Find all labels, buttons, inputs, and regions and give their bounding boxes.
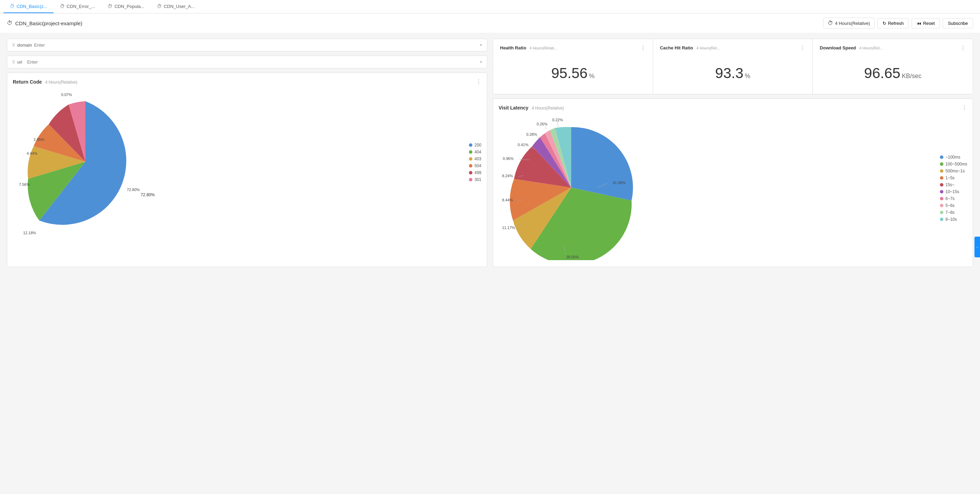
right-panel: Health Ratio 4 Hours(Relati... ⋮ 95.56% … (493, 39, 973, 267)
page-title-container: ⏱ CDN_Basic(project-example) (7, 20, 82, 26)
legend-dot-200 (469, 143, 473, 147)
tab-cdn-popular[interactable]: ⏱ CDN_Popula... (101, 0, 151, 13)
return-code-title: Return Code (13, 79, 42, 85)
download-speed-title-group: Download Speed 4 Hours(Rel... (820, 45, 883, 51)
domain-input[interactable] (34, 43, 207, 48)
reset-icon: ⏮ (917, 21, 921, 26)
cache-hit-header: Cache Hit Ratio 4 Hours(Rel... ⋮ (660, 44, 806, 51)
download-speed-unit: KB/sec (902, 73, 921, 79)
legend-label-200: 200 (474, 143, 481, 148)
svg-text:8.44%: 8.44% (502, 198, 513, 202)
legend-label-6-7s: 6~7s (945, 196, 955, 201)
metric-cards: Health Ratio 4 Hours(Relati... ⋮ 95.56% … (493, 39, 973, 94)
reset-button[interactable]: ⏮ Reset (912, 18, 940, 28)
legend-label-404: 404 (474, 149, 481, 154)
visit-latency-title: Visit Latency (499, 105, 528, 111)
visit-latency-title-container: Visit Latency 4 Hours(Relative) (499, 105, 564, 111)
tab-cdn-error[interactable]: ⏱ CDN_Error_... (54, 0, 101, 13)
legend-label-5s: 1~5s (945, 175, 955, 180)
health-ratio-more-icon[interactable]: ⋮ (640, 44, 646, 51)
tab-cdn-user[interactable]: ⏱ CDN_User_A... (151, 0, 201, 13)
return-code-svg: 72.80% 12.18% 72.80% 12.18% 7.56% 4.44% … (13, 89, 158, 234)
svg-text:0.41%: 0.41% (518, 143, 528, 147)
download-speed-card: Download Speed 4 Hours(Rel... ⋮ 96.65KB/… (813, 39, 973, 94)
cache-hit-number: 93.3 (715, 65, 744, 81)
health-ratio-value: 95.56% (500, 58, 646, 89)
cache-hit-value: 93.3% (660, 58, 806, 89)
cache-hit-ratio-card: Cache Hit Ratio 4 Hours(Rel... ⋮ 93.3% (653, 39, 813, 94)
return-code-pie: 72.80% 12.18% 72.80% 12.18% 7.56% 4.44% … (13, 89, 158, 235)
svg-text:11.17%: 11.17% (502, 226, 515, 230)
filter-icon-uri: ⊽ (12, 60, 15, 65)
legend-label-5-6s: 5~6s (945, 203, 955, 208)
download-speed-header: Download Speed 4 Hours(Rel... ⋮ (820, 44, 966, 51)
legend-dot-504 (469, 164, 473, 168)
legend-dot-7-8s (940, 211, 943, 214)
subscribe-button[interactable]: Subscribe (943, 18, 973, 28)
domain-filter-container: ⊽ domain ▾ (7, 39, 487, 51)
svg-text:0.96%: 0.96% (503, 157, 514, 160)
legend-dot-499 (469, 171, 473, 175)
legend-item-8_10s: 8~10s (940, 217, 967, 222)
legend-label-1s: 500ms~1s (945, 168, 965, 173)
legend-dot-403 (469, 157, 473, 160)
domain-filter-label: ⊽ domain (12, 43, 207, 48)
svg-line-23 (545, 126, 546, 130)
visit-latency-legend: ~100ms 100~500ms 500ms~1s 1~5s (940, 155, 967, 222)
return-code-chart: Return Code 4 Hours(Relative) ⋮ (7, 73, 487, 267)
tab-icon-error: ⏱ (60, 3, 65, 9)
health-ratio-time: 4 Hours(Relati... (530, 46, 557, 50)
visit-latency-more-icon[interactable]: ⋮ (962, 104, 967, 111)
download-speed-more-icon[interactable]: ⋮ (960, 44, 966, 51)
header-actions: ⏱ 4 Hours(Relative) ↻ Refresh ⏮ Reset Su… (823, 17, 973, 29)
uri-chevron-icon: ▾ (480, 60, 482, 64)
reset-label: Reset (923, 21, 935, 26)
legend-label-15s: 15s~ (945, 183, 955, 187)
legend-label-500ms: 100~500ms (945, 162, 967, 167)
legend-item-499: 499 (469, 170, 481, 175)
legend-dot-100ms (940, 156, 943, 159)
health-ratio-title-group: Health Ratio 4 Hours(Relati... (500, 45, 557, 51)
page-title: CDN_Basic(project-example) (15, 21, 82, 26)
cache-hit-more-icon[interactable]: ⋮ (800, 44, 805, 51)
scroll-edge-indicator[interactable]: › (974, 237, 980, 257)
legend-dot-6-7s (940, 197, 943, 200)
legend-item-100ms: ~100ms (940, 155, 967, 160)
tab-cdn-basic[interactable]: ⏱ CDN_Basic(z... (3, 0, 54, 13)
refresh-button[interactable]: ↻ Refresh (877, 18, 909, 28)
legend-dot-404 (469, 150, 473, 154)
visit-latency-chart: Visit Latency 4 Hours(Relative) ⋮ (493, 98, 973, 267)
time-range-button[interactable]: ⏱ 4 Hours(Relative) (823, 17, 875, 29)
legend-item-504: 504 (469, 164, 481, 168)
domain-chevron-icon: ▾ (480, 43, 482, 47)
tab-bar: ⏱ CDN_Basic(z... ⏱ CDN_Error_... ⏱ CDN_P… (0, 0, 980, 13)
time-range-label: 4 Hours(Relative) (835, 21, 870, 26)
svg-text:41.98%: 41.98% (612, 181, 626, 185)
svg-text:0.07%: 0.07% (61, 92, 72, 97)
uri-input[interactable] (27, 59, 207, 65)
return-code-more-icon[interactable]: ⋮ (476, 78, 481, 85)
legend-item-6_7s: 6~7s (940, 196, 967, 201)
visit-latency-header: Visit Latency 4 Hours(Relative) ⋮ (499, 104, 967, 111)
tab-label-user: CDN_User_A... (164, 4, 195, 9)
legend-item-404: 404 (469, 149, 481, 154)
legend-dot-301 (469, 178, 473, 181)
cache-hit-title-group: Cache Hit Ratio 4 Hours(Rel... (660, 45, 720, 51)
tab-label-popular: CDN_Popula... (115, 4, 145, 9)
visit-latency-svg: 41.98% 28.05% 11.17% 8.44% 8.24% 0.96% 0… (499, 115, 644, 260)
svg-text:7.56%: 7.56% (19, 183, 30, 187)
tab-icon-basic: ⏱ (10, 3, 14, 9)
health-ratio-title: Health Ratio (500, 45, 526, 51)
health-ratio-unit: % (589, 73, 594, 79)
tab-icon-user: ⏱ (157, 3, 162, 9)
svg-text:0.26%: 0.26% (537, 122, 547, 126)
legend-dot-5s (940, 176, 943, 179)
cache-hit-title: Cache Hit Ratio (660, 45, 693, 51)
page-header: ⏱ CDN_Basic(project-example) ⏱ 4 Hours(R… (0, 13, 980, 33)
legend-item-200: 200 (469, 143, 481, 148)
visit-latency-time: 4 Hours(Relative) (532, 106, 564, 111)
download-speed-title: Download Speed (820, 45, 856, 51)
page-title-icon: ⏱ (7, 20, 13, 26)
legend-label-7-8s: 7~8s (945, 210, 955, 215)
legend-item-403: 403 (469, 157, 481, 161)
